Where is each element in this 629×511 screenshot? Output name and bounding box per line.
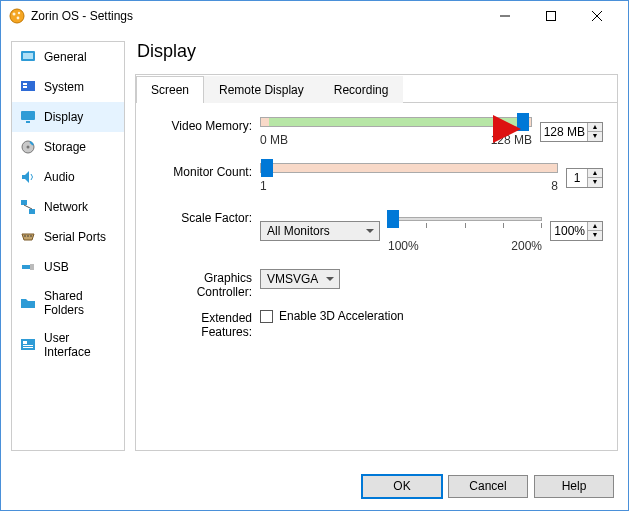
sidebar-item-storage[interactable]: Storage	[12, 132, 124, 162]
usb-icon	[20, 259, 36, 275]
window-title: Zorin OS - Settings	[31, 9, 482, 23]
scale-min: 100%	[388, 239, 419, 253]
svg-point-2	[18, 12, 20, 14]
svg-rect-18	[29, 209, 35, 214]
vm-max: 128 MB	[491, 133, 532, 147]
svg-point-20	[24, 235, 26, 237]
scale-max: 200%	[511, 239, 542, 253]
svg-rect-26	[23, 341, 27, 344]
svg-line-19	[24, 205, 32, 209]
monitor-count-spinbox[interactable]: ▲▼	[566, 168, 603, 188]
spin-up[interactable]: ▲	[588, 123, 602, 132]
ui-icon	[20, 337, 36, 353]
video-memory-spinbox[interactable]: ▲▼	[540, 122, 603, 142]
svg-point-3	[17, 17, 20, 20]
display-icon	[20, 109, 36, 125]
video-memory-slider[interactable]	[260, 117, 532, 127]
serial-icon	[20, 229, 36, 245]
svg-rect-17	[21, 200, 27, 205]
svg-rect-25	[21, 339, 35, 350]
svg-rect-27	[23, 345, 33, 346]
ok-button[interactable]: OK	[362, 475, 442, 498]
sidebar-item-ui[interactable]: User Interface	[12, 324, 124, 366]
svg-rect-9	[23, 53, 33, 59]
maximize-button[interactable]	[528, 1, 574, 31]
sidebar-label: Shared Folders	[44, 289, 116, 317]
svg-point-0	[10, 9, 24, 23]
video-memory-input[interactable]	[541, 125, 587, 139]
extended-features-label: Extended Features:	[150, 309, 260, 339]
sidebar-label: Network	[44, 200, 88, 214]
network-icon	[20, 199, 36, 215]
sidebar-label: Display	[44, 110, 83, 124]
svg-rect-5	[547, 12, 556, 21]
cancel-button[interactable]: Cancel	[448, 475, 528, 498]
sidebar-label: USB	[44, 260, 69, 274]
tab-screen[interactable]: Screen	[136, 76, 204, 103]
sidebar-item-usb[interactable]: USB	[12, 252, 124, 282]
svg-rect-11	[23, 83, 27, 85]
sidebar-item-display[interactable]: Display	[12, 102, 124, 132]
storage-icon	[20, 139, 36, 155]
sidebar-item-audio[interactable]: Audio	[12, 162, 124, 192]
scale-factor-spinbox[interactable]: ▲▼	[550, 221, 603, 241]
sidebar-label: System	[44, 80, 84, 94]
sidebar-label: Audio	[44, 170, 75, 184]
help-button[interactable]: Help	[534, 475, 614, 498]
svg-point-21	[27, 235, 29, 237]
sidebar-label: Serial Ports	[44, 230, 106, 244]
general-icon	[20, 49, 36, 65]
audio-icon	[20, 169, 36, 185]
close-button[interactable]	[574, 1, 620, 31]
svg-rect-12	[23, 86, 27, 88]
svg-rect-24	[30, 264, 34, 270]
scale-monitor-combo[interactable]: All Monitors	[260, 221, 380, 241]
scale-factor-input[interactable]	[551, 224, 587, 238]
svg-rect-14	[26, 121, 30, 123]
svg-point-22	[30, 235, 32, 237]
svg-point-1	[13, 13, 16, 16]
titlebar: Zorin OS - Settings	[1, 1, 628, 31]
spin-up[interactable]: ▲	[588, 222, 602, 231]
svg-rect-28	[23, 347, 33, 348]
sidebar-item-serial[interactable]: Serial Ports	[12, 222, 124, 252]
enable-3d-label: Enable 3D Acceleration	[279, 309, 404, 323]
tab-remote[interactable]: Remote Display	[204, 76, 319, 103]
mc-max: 8	[551, 179, 558, 193]
tab-recording[interactable]: Recording	[319, 76, 404, 103]
svg-rect-23	[22, 265, 30, 269]
graphics-controller-combo[interactable]: VMSVGA	[260, 269, 340, 289]
scale-factor-slider[interactable]	[388, 209, 542, 233]
sidebar-item-general[interactable]: General	[12, 42, 124, 72]
svg-rect-13	[21, 111, 35, 120]
graphics-controller-label: Graphics Controller:	[150, 269, 260, 299]
enable-3d-checkbox[interactable]	[260, 310, 273, 323]
mc-min: 1	[260, 179, 267, 193]
app-icon	[9, 8, 25, 24]
panel: Screen Remote Display Recording Video Me…	[135, 74, 618, 451]
spin-down[interactable]: ▼	[588, 178, 602, 187]
video-memory-label: Video Memory:	[150, 117, 260, 133]
vm-min: 0 MB	[260, 133, 288, 147]
sidebar: General System Display Storage Audio Net…	[11, 41, 125, 451]
monitor-count-label: Monitor Count:	[150, 163, 260, 179]
sidebar-label: Storage	[44, 140, 86, 154]
page-title: Display	[137, 41, 618, 62]
sidebar-item-system[interactable]: System	[12, 72, 124, 102]
svg-point-16	[27, 146, 30, 149]
minimize-button[interactable]	[482, 1, 528, 31]
sidebar-label: General	[44, 50, 87, 64]
folder-icon	[20, 295, 36, 311]
sidebar-item-shared[interactable]: Shared Folders	[12, 282, 124, 324]
system-icon	[20, 79, 36, 95]
spin-down[interactable]: ▼	[588, 231, 602, 240]
monitor-count-slider[interactable]	[260, 163, 558, 173]
scale-factor-label: Scale Factor:	[150, 209, 260, 225]
spin-down[interactable]: ▼	[588, 132, 602, 141]
sidebar-label: User Interface	[44, 331, 116, 359]
monitor-count-input[interactable]	[567, 171, 587, 185]
spin-up[interactable]: ▲	[588, 169, 602, 178]
sidebar-item-network[interactable]: Network	[12, 192, 124, 222]
